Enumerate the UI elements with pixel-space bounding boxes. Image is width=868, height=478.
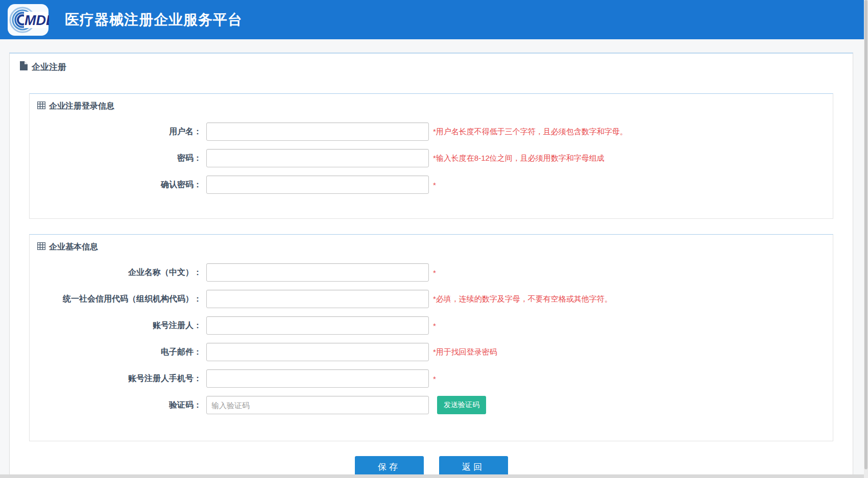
send-code-button[interactable]: 发送验证码: [437, 396, 486, 414]
login-info-panel: 企业注册登录信息 用户名： *用户名长度不得低于三个字符，且必须包含数字和字母。…: [29, 93, 833, 219]
confirm-password-hint: *: [433, 181, 436, 189]
email-row: 电子邮件： *用于找回登录密码: [30, 343, 833, 361]
username-hint: *用户名长度不得低于三个字符，且必须包含数字和字母。: [433, 127, 628, 137]
svg-text:MDE: MDE: [25, 13, 49, 28]
phone-hint: *: [433, 374, 436, 383]
vertical-scrollbar[interactable]: [864, 0, 868, 478]
panel-title-text: 企业基本信息: [49, 242, 98, 253]
confirm-password-row: 确认密码： *: [30, 175, 833, 194]
table-icon: [37, 102, 45, 111]
password-hint: *输入长度在8-12位之间，且必须用数字和字母组成: [433, 154, 605, 163]
document-icon: [20, 61, 28, 73]
company-name-input[interactable]: [206, 263, 429, 282]
username-row: 用户名： *用户名长度不得低于三个字符，且必须包含数字和字母。: [30, 122, 833, 141]
captcha-input[interactable]: [206, 396, 429, 414]
page-title-row: 企业注册: [20, 61, 853, 73]
cmde-logo: MDE: [7, 4, 49, 36]
login-info-panel-header: 企业注册登录信息: [30, 94, 833, 112]
content-card: 企业注册 企业注册登录信息 用户名： *用户名长度不得低于三个字符，且必须包含数…: [9, 53, 853, 478]
phone-input[interactable]: [206, 369, 429, 388]
username-input[interactable]: [206, 122, 429, 141]
credit-code-label: 统一社会信用代码（组织机构代码）：: [30, 294, 206, 305]
vertical-scrollbar-thumb[interactable]: [864, 0, 867, 469]
captcha-row: 验证码： 发送验证码: [30, 396, 833, 414]
credit-code-input[interactable]: [206, 290, 429, 308]
email-input[interactable]: [206, 343, 429, 361]
registrant-row: 账号注册人： *: [30, 316, 833, 335]
phone-row: 账号注册人手机号： *: [30, 369, 833, 388]
panel-title-text: 企业注册登录信息: [49, 101, 114, 112]
registrant-label: 账号注册人：: [30, 320, 206, 331]
confirm-password-label: 确认密码：: [30, 180, 206, 190]
email-hint: *用于找回登录密码: [433, 347, 497, 357]
page-title: 企业注册: [32, 61, 66, 73]
table-icon: [37, 242, 45, 252]
password-label: 密码：: [30, 153, 206, 164]
horizontal-scrollbar[interactable]: [0, 474, 864, 478]
basic-info-panel: 企业基本信息 企业名称（中文）： * 统一社会信用代码（组织机构代码）： *必填…: [29, 234, 833, 441]
company-name-label: 企业名称（中文）：: [30, 267, 206, 278]
captcha-label: 验证码：: [30, 400, 206, 411]
app-title: 医疗器械注册企业服务平台: [65, 10, 243, 30]
credit-code-hint: *必填，连续的数字及字母，不要有空格或其他字符。: [433, 294, 612, 304]
registrant-hint: *: [433, 321, 436, 330]
credit-code-row: 统一社会信用代码（组织机构代码）： *必填，连续的数字及字母，不要有空格或其他字…: [30, 290, 833, 308]
email-label: 电子邮件：: [30, 347, 206, 358]
password-row: 密码： *输入长度在8-12位之间，且必须用数字和字母组成: [30, 149, 833, 167]
phone-label: 账号注册人手机号：: [30, 373, 206, 384]
password-input[interactable]: [206, 149, 429, 167]
basic-info-panel-header: 企业基本信息: [30, 235, 833, 253]
header-bar: MDE 医疗器械注册企业服务平台: [0, 0, 868, 39]
company-name-row: 企业名称（中文）： *: [30, 263, 833, 282]
username-label: 用户名：: [30, 127, 206, 137]
confirm-password-input[interactable]: [206, 175, 429, 194]
registrant-input[interactable]: [206, 316, 429, 335]
company-name-hint: *: [433, 268, 436, 277]
